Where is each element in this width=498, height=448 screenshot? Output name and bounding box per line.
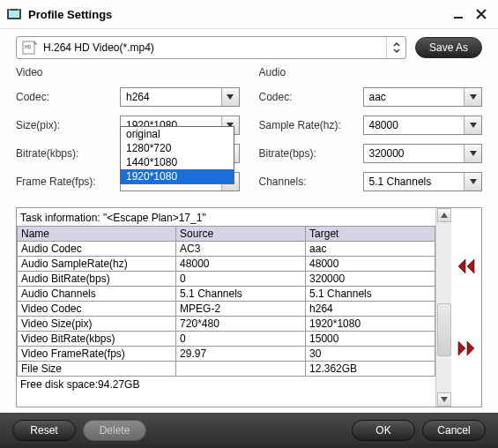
profile-label: H.264 HD Video(*.mp4) <box>43 41 386 54</box>
audio-codec-label: Codec: <box>259 91 363 103</box>
table-cell: 720*480 <box>176 317 306 332</box>
audio-sr-label: Sample Rate(hz): <box>259 119 363 131</box>
table-cell: Video Codec <box>18 302 176 317</box>
task-info-table: Name Source Target Audio CodecAC3aacAudi… <box>17 226 435 377</box>
table-cell: AC3 <box>176 242 306 257</box>
col-name: Name <box>18 227 176 242</box>
close-button[interactable] <box>473 6 489 22</box>
table-cell: 5.1 Channels <box>306 287 435 302</box>
audio-sr-select[interactable]: 48000 <box>363 116 483 135</box>
scroll-up-button[interactable] <box>437 208 451 222</box>
table-cell: Audio BitRate(bps) <box>18 272 176 287</box>
size-option[interactable]: 1920*1080 <box>121 169 234 183</box>
audio-bitrate-select[interactable]: 320000 <box>363 144 483 163</box>
audio-bitrate-label: Bitrate(bps): <box>259 147 363 160</box>
table-cell: 48000 <box>176 257 306 272</box>
table-cell: File Size <box>18 362 176 377</box>
chevron-down-icon <box>221 88 239 106</box>
table-cell: 12.362GB <box>306 362 435 377</box>
table-cell: Audio Channels <box>18 287 176 302</box>
prev-button[interactable] <box>455 257 478 276</box>
profile-select[interactable]: HD H.264 HD Video(*.mp4) <box>16 36 406 59</box>
table-cell: MPEG-2 <box>176 302 306 317</box>
table-cell: Audio SampleRate(hz) <box>18 257 176 272</box>
size-option[interactable]: 1440*1080 <box>121 155 234 169</box>
table-cell: aac <box>306 242 435 257</box>
table-row: Video BitRate(kbps)015000 <box>18 332 435 347</box>
video-bitrate-label: Bitrate(kbps): <box>16 147 120 160</box>
svg-rect-4 <box>454 17 463 19</box>
video-size-label: Size(pix): <box>16 119 120 131</box>
svg-point-2 <box>9 9 10 10</box>
scroll-down-button[interactable] <box>437 392 451 407</box>
window-title: Profile Settings <box>28 8 450 21</box>
audio-column: Audio Codec: aac Sample Rate(hz): 48000 … <box>259 66 483 200</box>
task-info-title: Task information: "<Escape Plan>17_1" <box>17 208 435 226</box>
video-column: Video Codec: h264 Size(pix): 1920*1080 B… <box>16 66 240 200</box>
video-codec-label: Codec: <box>16 91 120 103</box>
free-disk-space: Free disk space:94.27GB <box>17 377 435 392</box>
table-cell: Video BitRate(kbps) <box>18 332 176 347</box>
audio-channels-label: Channels: <box>259 175 363 188</box>
table-cell: 1920*1080 <box>306 317 435 332</box>
table-cell: 0 <box>176 332 306 347</box>
ok-button[interactable]: OK <box>352 420 415 441</box>
table-row: Video CodecMPEG-2h264 <box>18 302 435 317</box>
app-icon <box>5 5 23 23</box>
table-cell: 48000 <box>306 257 435 272</box>
table-cell: 0 <box>176 272 306 287</box>
bottom-bar: Reset Delete OK Cancel <box>0 413 498 448</box>
svg-rect-1 <box>9 11 19 18</box>
nav-arrows <box>451 208 481 407</box>
table-cell: 30 <box>306 347 435 362</box>
col-target: Target <box>306 227 435 242</box>
table-cell: 15000 <box>306 332 435 347</box>
table-row: Audio SampleRate(hz)4800048000 <box>18 257 435 272</box>
svg-text:HD: HD <box>25 44 32 49</box>
table-row: Audio Channels5.1 Channels5.1 Channels <box>18 287 435 302</box>
profile-settings-window: Profile Settings HD H.264 HD Video(*.mp4… <box>0 0 498 448</box>
table-cell: 5.1 Channels <box>176 287 306 302</box>
audio-channels-select[interactable]: 5.1 Channels <box>363 172 483 191</box>
task-info-panel: Task information: "<Escape Plan>17_1" Na… <box>16 207 482 407</box>
table-cell: 320000 <box>306 272 435 287</box>
table-row: Video Size(pix)720*4801920*1080 <box>18 317 435 332</box>
table-row: Video FrameRate(fps)29.9730 <box>18 347 435 362</box>
size-option[interactable]: 1280*720 <box>121 141 234 155</box>
audio-title: Audio <box>259 66 483 78</box>
table-row: Audio BitRate(bps)0320000 <box>18 272 435 287</box>
svg-point-3 <box>18 9 19 10</box>
table-cell: h264 <box>306 302 435 317</box>
table-row: Audio CodecAC3aac <box>18 242 435 257</box>
video-title: Video <box>16 66 240 78</box>
table-cell: Video FrameRate(fps) <box>18 347 176 362</box>
table-cell: 29.97 <box>176 347 306 362</box>
scroll-thumb[interactable] <box>437 303 451 356</box>
video-codec-select[interactable]: h264 <box>120 87 240 107</box>
reset-button[interactable]: Reset <box>12 420 76 441</box>
hd-file-icon: HD <box>20 40 40 56</box>
table-cell <box>176 362 306 377</box>
next-button[interactable] <box>455 339 478 358</box>
col-source: Source <box>176 227 306 242</box>
video-fps-label: Frame Rate(fps): <box>16 175 120 188</box>
chevron-down-icon <box>464 173 481 190</box>
audio-codec-select[interactable]: aac <box>363 87 483 107</box>
table-scroll: Task information: "<Escape Plan>17_1" Na… <box>17 208 435 407</box>
size-dropdown: original 1280*720 1440*1080 1920*1080 <box>120 126 234 184</box>
table-cell: Audio Codec <box>18 242 176 257</box>
minimize-button[interactable] <box>450 6 466 22</box>
cancel-button[interactable]: Cancel <box>422 420 486 441</box>
vertical-scrollbar[interactable] <box>435 208 451 407</box>
chevron-down-icon <box>464 116 481 134</box>
size-option[interactable]: original <box>121 127 234 141</box>
table-cell: Video Size(pix) <box>18 317 176 332</box>
table-row: File Size12.362GB <box>18 362 435 377</box>
settings-grid: Video Codec: h264 Size(pix): 1920*1080 B… <box>0 64 498 207</box>
profile-row: HD H.264 HD Video(*.mp4) Save As <box>0 29 498 64</box>
save-as-button[interactable]: Save As <box>415 37 482 58</box>
chevron-updown-icon <box>386 37 405 58</box>
delete-button[interactable]: Delete <box>83 420 146 441</box>
chevron-down-icon <box>464 88 481 106</box>
chevron-down-icon <box>464 145 481 162</box>
